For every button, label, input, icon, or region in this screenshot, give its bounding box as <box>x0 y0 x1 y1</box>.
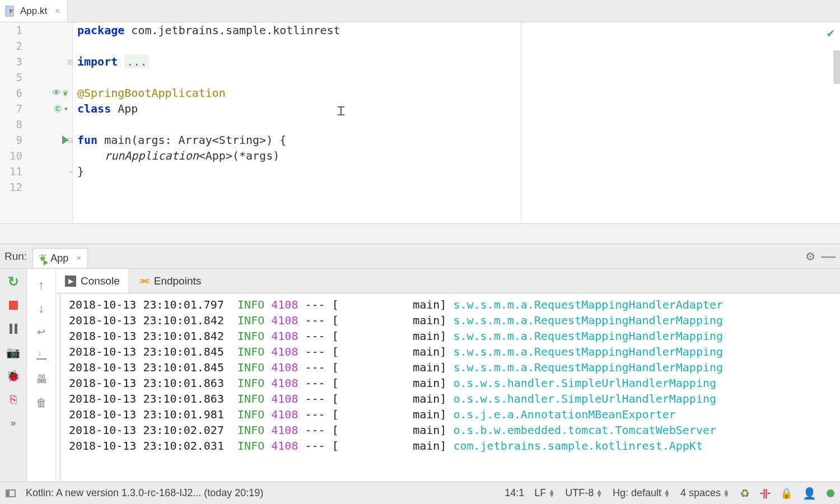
spring-run-icon: ❦ <box>39 252 47 264</box>
code-editor[interactable]: 1 2 3⊞ 5 6👁❦ 7C▼ 8 9⊟ 10 11⌐ 12 package … <box>0 22 840 224</box>
line-number: 7 <box>0 102 22 115</box>
hector-icon[interactable]: 👤 <box>802 487 816 500</box>
editor-gutter: 1 2 3⊞ 5 6👁❦ 7C▼ 8 9⊟ 10 11⌐ 12 <box>0 22 73 223</box>
process-running-icon[interactable] <box>827 489 834 497</box>
more-button[interactable]: » <box>6 416 21 430</box>
read-usages-icon[interactable]: 👁 <box>52 88 61 98</box>
console-tabs: ▶ Console ⫘ Endpoints <box>56 269 840 293</box>
cursor-position[interactable]: 14:1 <box>505 487 524 499</box>
soft-wrap-button[interactable]: ↩ <box>34 325 49 339</box>
file-tab-app[interactable]: App.kt × <box>0 0 68 22</box>
run-tool-window: ↻ 📷 🐞 ⎘ » ↑ ↓ ↩ 🖶 🗑 ▶ Console ⫘ Endpoint… <box>0 269 840 482</box>
breakpoint-mute-icon[interactable]: -||- <box>760 487 770 499</box>
line-number: 3 <box>0 55 22 68</box>
endpoints-tab[interactable]: ⫘ Endpoints <box>129 269 211 293</box>
close-icon[interactable]: × <box>76 253 81 263</box>
gear-icon[interactable]: ⚙ <box>805 250 815 263</box>
file-encoding[interactable]: UTF-8▲▼ <box>565 487 603 499</box>
inspection-ok-icon[interactable]: ✔ <box>827 26 834 40</box>
kotlin-file-icon <box>4 5 17 17</box>
scrollbar-thumb[interactable] <box>833 50 840 84</box>
keyword: fun <box>77 133 97 147</box>
editor-gap <box>0 224 840 244</box>
scroll-to-end-button[interactable] <box>34 348 49 363</box>
right-margin-line <box>521 22 521 223</box>
log-line: 2018-10-13 23:10:02.031 INFO 4108 --- [ … <box>69 438 832 454</box>
minimize-icon[interactable]: — <box>821 248 836 265</box>
log-line: 2018-10-13 23:10:01.842 INFO 4108 --- [ … <box>69 312 832 328</box>
text-cursor-icon: Ꮖ <box>337 104 345 119</box>
pause-button[interactable] <box>6 321 21 336</box>
console-side-toolbar: ↑ ↓ ↩ 🖶 🗑 <box>27 269 56 482</box>
close-brace: } <box>77 165 84 178</box>
run-config-label: App <box>50 253 68 264</box>
fun-signature: main(args: Array<String>) { <box>97 133 286 147</box>
class-name: App <box>111 102 138 115</box>
bean-icon[interactable]: C <box>53 104 62 113</box>
tool-title: Run: <box>4 250 27 263</box>
log-line: 2018-10-13 23:10:01.981 INFO 4108 --- [ … <box>69 407 832 422</box>
console-output[interactable]: 2018-10-13 23:10:01.797 INFO 4108 --- [ … <box>59 293 840 482</box>
line-separator[interactable]: LF▲▼ <box>534 487 555 499</box>
line-number: 2 <box>0 40 22 52</box>
console-icon: ▶ <box>65 276 76 287</box>
status-message[interactable]: Kotlin: A new version 1.3.0-rc-168-IJ2..… <box>26 487 263 499</box>
keyword: class <box>77 102 111 115</box>
log-line: 2018-10-13 23:10:01.863 INFO 4108 --- [ … <box>69 375 832 391</box>
update-available-icon[interactable]: ♻ <box>740 487 750 500</box>
fun-call-rest: <App>(*args) <box>199 149 280 162</box>
log-line: 2018-10-13 23:10:02.027 INFO 4108 --- [ … <box>69 422 832 438</box>
dump-threads-button[interactable]: 📷 <box>6 345 21 360</box>
log-line: 2018-10-13 23:10:01.845 INFO 4108 --- [ … <box>69 344 832 360</box>
code-area[interactable]: package com.jetbrains.sample.kotlinrest … <box>73 22 840 223</box>
exit-button[interactable]: ⎘ <box>6 392 21 407</box>
line-number: 12 <box>0 181 22 193</box>
endpoints-tab-label: Endpoints <box>154 275 202 287</box>
close-icon[interactable]: × <box>55 6 60 16</box>
console-tab[interactable]: ▶ Console <box>56 269 129 293</box>
run-left-toolbar: ↻ 📷 🐞 ⎘ » <box>0 269 27 482</box>
up-stack-button[interactable]: ↑ <box>34 278 49 292</box>
down-stack-button[interactable]: ↓ <box>34 301 49 316</box>
keyword: import <box>77 55 118 68</box>
package-name: com.jetbrains.sample.kotlinrest <box>124 24 340 37</box>
line-number: 11 <box>0 165 22 178</box>
fun-call: runApplication <box>104 149 199 162</box>
console-main: ▶ Console ⫘ Endpoints 2018-10-13 23:10:0… <box>56 269 840 482</box>
print-button[interactable]: 🖶 <box>34 372 49 386</box>
status-bar: Kotlin: A new version 1.3.0-rc-168-IJ2..… <box>0 482 840 504</box>
annotation: @SpringBootApplication <box>77 86 226 100</box>
editor-tab-bar: App.kt × <box>0 0 840 22</box>
line-number: 6 <box>0 87 22 99</box>
run-config-tab[interactable]: ❦ App × <box>32 248 87 268</box>
folded-imports[interactable]: ... <box>124 55 149 68</box>
line-number: 5 <box>0 71 22 83</box>
keyword: package <box>77 24 124 37</box>
log-line: 2018-10-13 23:10:01.845 INFO 4108 --- [ … <box>69 360 832 375</box>
log-line: 2018-10-13 23:10:01.797 INFO 4108 --- [ … <box>69 297 832 312</box>
chevron-down-icon[interactable]: ▼ <box>63 106 69 112</box>
line-number: 10 <box>0 150 22 162</box>
line-number: 8 <box>0 118 22 130</box>
stop-button[interactable] <box>6 298 21 312</box>
run-tool-header: Run: ❦ App × ⚙ — <box>0 244 840 269</box>
tool-windows-icon[interactable] <box>6 489 16 497</box>
log-line: 2018-10-13 23:10:01.863 INFO 4108 --- [ … <box>69 391 832 407</box>
line-number: 1 <box>0 24 22 36</box>
clear-button[interactable]: 🗑 <box>34 395 49 410</box>
attach-debugger-button[interactable]: 🐞 <box>6 368 21 383</box>
rerun-button[interactable]: ↻ <box>6 274 21 289</box>
indent-settings[interactable]: 4 spaces▲▼ <box>680 487 730 499</box>
file-tab-label: App.kt <box>20 6 47 17</box>
console-tab-label: Console <box>81 275 120 287</box>
log-line: 2018-10-13 23:10:01.842 INFO 4108 --- [ … <box>69 328 832 344</box>
spring-leaf-icon[interactable]: ❦ <box>62 88 69 97</box>
endpoints-icon: ⫘ <box>138 274 150 287</box>
lock-icon[interactable]: 🔒 <box>780 487 792 500</box>
line-number: 9 <box>0 134 22 146</box>
vcs-branch[interactable]: Hg: default▲▼ <box>613 487 670 499</box>
